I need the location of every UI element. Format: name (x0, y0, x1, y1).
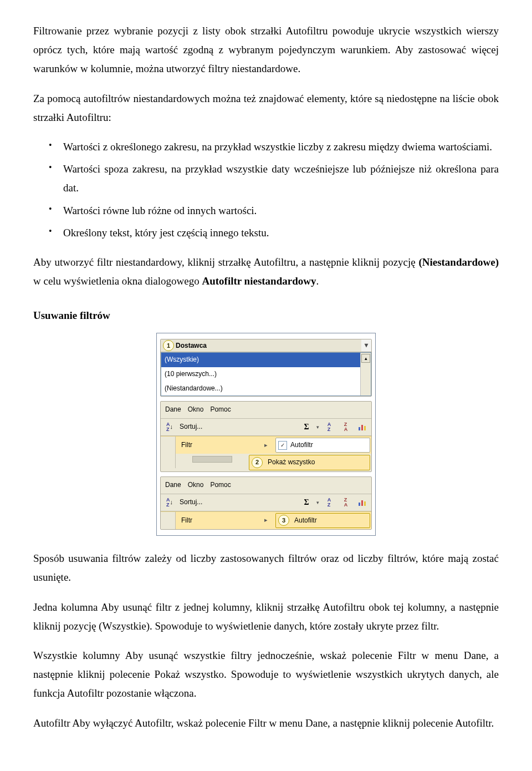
menu-row-filter[interactable]: Filtr ▸ ✓ Autofiltr (161, 436, 371, 454)
sort-za-icon: ZA (344, 498, 348, 508)
bold-autofiltr-niestandardowy: Autofiltr niestandardowy (202, 275, 316, 287)
callout-1: 1 (163, 340, 174, 351)
autosum-button[interactable]: Σ (300, 496, 313, 509)
submenu-arrow-icon: ▸ (264, 515, 275, 526)
bullet-item: Określony tekst, który jest częścią inne… (33, 224, 499, 242)
submenu-autofiltr[interactable]: 3 Autofiltr (275, 513, 370, 529)
text-run: w celu wyświetlenia okna dialogowego (33, 275, 202, 287)
sort-az-icon: AZ (328, 498, 331, 508)
column-header-dostawca[interactable]: Dostawca (176, 340, 207, 352)
bullet-list: Wartości z określonego zakresu, na przyk… (33, 138, 499, 242)
submenu-autofiltr[interactable]: ✓ Autofiltr (275, 438, 370, 453)
svg-rect-5 (364, 501, 366, 506)
listbox-item-custom[interactable]: (Niestandardowe...) (161, 382, 360, 396)
paragraph-autofiltr: Autofiltr Aby wyłączyć Autofiltr, wskaż … (33, 714, 499, 733)
menu-placeholder (192, 456, 232, 463)
text-run: . (316, 275, 319, 287)
paragraph-all-columns: Wszystkie kolumny Aby usunąć wszystkie f… (33, 646, 499, 703)
sort-desc-button[interactable]: ZA (339, 496, 352, 509)
menu-bar: Dane Okno Pomoc (161, 402, 371, 419)
menu-item-sortuj[interactable]: Sortuj... (180, 496, 202, 509)
sort-desc-button[interactable]: ZA (339, 420, 352, 434)
sort-az-icon: AZ (166, 422, 170, 432)
submenu-pokaz-wszystko[interactable]: 2 Pokaż wszystko (249, 455, 370, 470)
sigma-icon: Σ (304, 420, 309, 434)
dropdown-arrow-icon[interactable]: ▾ (316, 498, 319, 507)
sort-za-icon: ZA (344, 422, 348, 432)
panel-dropdown: 1 Dostawca ▾ (Wszystkie) (10 pierwszych.… (160, 339, 372, 397)
menu-row-filter[interactable]: Filtr ▸ 3 Autofiltr (161, 511, 371, 530)
dropdown-arrow-icon[interactable]: ▾ (316, 423, 319, 432)
submenu-arrow-icon: ▸ (264, 440, 275, 451)
intro-paragraph-1: Filtrowanie przez wybranie pozycji z lis… (33, 22, 499, 79)
menu-bar: Dane Okno Pomoc (161, 477, 371, 494)
heading-remove-filters: Usuwanie filtrów (33, 306, 499, 325)
listbox-item-all[interactable]: (Wszystkie) (161, 353, 360, 367)
callout-2: 2 (252, 457, 263, 468)
sort-az-icon: AZ (328, 422, 331, 432)
autosum-button[interactable]: Σ (300, 420, 313, 434)
submenu-item-autofiltr[interactable]: Autofiltr (290, 439, 313, 452)
menu-okno[interactable]: Okno (188, 479, 204, 491)
chevron-down-icon: ▾ (365, 339, 368, 352)
figure-container: 1 Dostawca ▾ (Wszystkie) (10 pierwszych.… (33, 333, 499, 536)
chart-button[interactable] (356, 420, 369, 434)
chart-button[interactable] (356, 496, 369, 509)
bullet-item: Wartości z określonego zakresu, na przyk… (33, 138, 499, 156)
figure: 1 Dostawca ▾ (Wszystkie) (10 pierwszych.… (156, 333, 376, 536)
menu-dane[interactable]: Dane (165, 404, 181, 416)
panel-menu-2: Dane Okno Pomoc AZ↓ Sortuj... Σ ▾ AZ ZA (160, 401, 372, 472)
toolbar: AZ↓ Sortuj... Σ ▾ AZ ZA (161, 494, 371, 511)
text-run: Aby wyłączyć Autofiltr, wskaż polecenie … (70, 717, 494, 729)
sort-az-button[interactable]: AZ↓ (163, 496, 176, 509)
sort-az-button[interactable]: AZ↓ (163, 420, 176, 434)
bullet-item: Wartości równe lub różne od innych warto… (33, 201, 499, 220)
menu-item-sortuj[interactable]: Sortuj... (180, 421, 202, 433)
menu-okno[interactable]: Okno (188, 404, 204, 416)
menu-pomoc[interactable]: Pomoc (210, 479, 231, 491)
text-run: Aby utworzyć filtr niestandardowy, klikn… (33, 256, 418, 268)
paragraph-one-column: Jedna kolumna Aby usunąć filtr z jednej … (33, 598, 499, 636)
svg-rect-2 (364, 426, 366, 430)
bold-niestandardowe: (Niestandardowe) (418, 256, 499, 268)
column-header-row: 1 Dostawca ▾ (161, 339, 371, 352)
lead-one-column: Jedna kolumna (33, 601, 98, 613)
svg-rect-4 (361, 500, 363, 506)
listbox-scrollbar[interactable]: ▴ (360, 353, 371, 395)
panel-menu-3: Dane Okno Pomoc AZ↓ Sortuj... Σ ▾ AZ ZA (160, 476, 372, 530)
paragraph-custom-filter: Aby utworzyć filtr niestandardowy, klikn… (33, 253, 499, 291)
listbox-item-top10[interactable]: (10 pierwszych...) (161, 367, 360, 382)
bullet-item: Wartości spoza zakresu, na przykład wszy… (33, 160, 499, 197)
checkbox-icon: ✓ (278, 441, 287, 450)
menu-pomoc[interactable]: Pomoc (210, 404, 231, 416)
toolbar: AZ↓ Sortuj... Σ ▾ AZ ZA (161, 419, 371, 436)
menu-item-filtr[interactable]: Filtr (176, 437, 264, 454)
svg-rect-0 (359, 427, 360, 430)
submenu-item-autofiltr[interactable]: Autofiltr (294, 515, 317, 527)
sort-az-icon: AZ (166, 498, 170, 508)
svg-rect-3 (359, 503, 360, 506)
autofilter-listbox[interactable]: (Wszystkie) (10 pierwszych...) (Niestand… (161, 352, 371, 396)
paragraph-removal-intro: Sposób usuwania filtrów zależy od liczby… (33, 549, 499, 587)
lead-autofiltr: Autofiltr (33, 717, 70, 729)
intro-paragraph-2: Za pomocą autofiltrów niestandardowych m… (33, 89, 499, 127)
submenu-item-pokaz-wszystko[interactable]: Pokaż wszystko (268, 456, 315, 469)
menu-item-filtr[interactable]: Filtr (176, 513, 264, 529)
svg-rect-1 (361, 425, 363, 430)
sigma-icon: Σ (304, 495, 309, 509)
menu-dane[interactable]: Dane (165, 479, 181, 491)
lead-all-columns: Wszystkie kolumny (33, 650, 120, 661)
callout-3: 3 (278, 515, 289, 526)
sort-asc-button[interactable]: AZ (323, 496, 336, 509)
text-run: Aby usunąć filtr z jednej kolumny, klikn… (33, 601, 499, 632)
autofilter-arrow-button[interactable]: ▾ (361, 339, 371, 352)
sort-asc-button[interactable]: AZ (323, 420, 336, 434)
scroll-up-icon[interactable]: ▴ (361, 354, 370, 363)
